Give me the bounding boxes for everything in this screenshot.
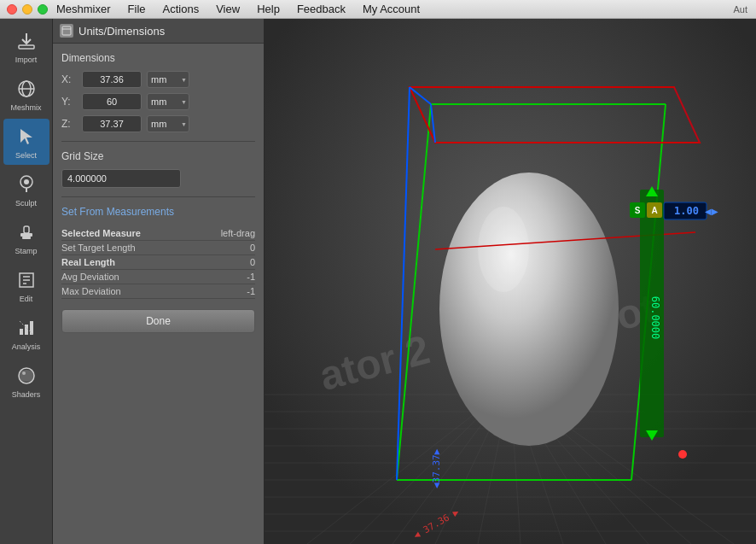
stamp-icon (14, 219, 39, 245)
grid-size-row (61, 169, 255, 188)
shaders-icon (14, 363, 39, 389)
import-label: Import (15, 56, 38, 64)
x-input[interactable] (82, 71, 142, 88)
meas-value-1: 0 (250, 243, 255, 253)
meas-row-3: Avg Deviation -1 (61, 270, 255, 284)
tool-import[interactable]: Import (3, 23, 49, 69)
edit-label: Edit (20, 295, 33, 303)
panel: Units/Dimensions Dimensions X: mmcmminft… (53, 19, 265, 544)
edit-icon (14, 267, 39, 293)
dimension-y-row: Y: mmcmminft (61, 93, 255, 110)
menu-actions[interactable]: Actions (154, 0, 208, 18)
dimension-x-row: X: mmcmminft (61, 71, 255, 88)
y-unit-select[interactable]: mmcmminft (147, 93, 189, 110)
y-axis-label: Y: (61, 96, 77, 108)
dimension-z-row: Z: mmcmminft (61, 115, 255, 132)
panel-header: Units/Dimensions (53, 19, 264, 44)
left-toolbar: Import Meshmix Select (0, 19, 53, 544)
meas-value-2: 0 (250, 257, 255, 267)
viewport[interactable]: ator 2 -Bot (265, 19, 756, 544)
svg-point-20 (22, 371, 26, 375)
meas-label-4: Max Deviation (61, 286, 121, 296)
meshmix-icon (14, 76, 39, 102)
z-axis-label: Z: (61, 118, 77, 130)
sculpt-icon (14, 172, 39, 197)
z-input[interactable] (82, 115, 142, 132)
menu-myaccount[interactable]: My Account (354, 0, 428, 18)
svg-text:1.00: 1.00 (674, 205, 699, 217)
divider-2 (61, 196, 255, 197)
svg-point-56 (478, 207, 529, 292)
svg-marker-18 (30, 321, 33, 335)
tool-stamp[interactable]: Stamp (3, 214, 49, 260)
svg-text:◀▶: ◀▶ (705, 207, 718, 216)
menu-bar: Meshmixer File Actions View Help Feedbac… (48, 0, 756, 18)
meshmix-label: Meshmix (10, 103, 41, 112)
panel-title: Units/Dimensions (79, 25, 165, 38)
measurements-table: Selected Measure left-drag Set Target Le… (61, 226, 255, 299)
minimize-button[interactable] (22, 4, 32, 15)
main-layout: Import Meshmix Select (0, 19, 756, 544)
meas-row-1: Set Target Length 0 (61, 241, 255, 255)
meas-label-3: Avg Deviation (61, 272, 119, 282)
divider-1 (61, 141, 255, 142)
meas-value-0: left-drag (221, 228, 255, 238)
tool-analysis[interactable]: Analysis (3, 310, 49, 356)
meas-label-2: Real Length (61, 257, 115, 267)
meas-row-0: Selected Measure left-drag (61, 226, 255, 241)
svg-point-55 (439, 173, 619, 446)
import-icon (14, 28, 39, 54)
x-unit-select[interactable]: mmcmminft (147, 71, 189, 88)
panel-body: Dimensions X: mmcmminft Y: mmcmminft (53, 44, 264, 544)
meas-row-4: Max Deviation -1 (61, 284, 255, 299)
grid-size-input[interactable] (61, 169, 181, 188)
menu-view[interactable]: View (207, 0, 248, 18)
done-button[interactable]: Done (61, 309, 255, 333)
tool-edit[interactable]: Edit (3, 262, 49, 308)
meas-value-3: -1 (247, 272, 255, 282)
svg-text:S: S (635, 206, 641, 215)
svg-text:◀37.37▶: ◀37.37▶ (431, 448, 442, 488)
dimensions-label: Dimensions (61, 52, 255, 64)
maximize-button[interactable] (38, 4, 48, 15)
close-button[interactable] (7, 4, 17, 15)
analysis-icon (14, 315, 39, 341)
sculpt-label: Sculpt (15, 199, 37, 208)
svg-rect-21 (62, 26, 71, 35)
menu-file[interactable]: File (119, 0, 154, 18)
svg-text:A: A (651, 206, 657, 215)
analysis-label: Analysis (12, 342, 41, 351)
x-axis-label: X: (61, 73, 77, 85)
meas-row-2: Real Length 0 (61, 255, 255, 270)
z-unit-select[interactable]: mmcmminft (147, 115, 189, 132)
tool-meshmix[interactable]: Meshmix (3, 71, 49, 117)
tool-select[interactable]: Select (3, 119, 49, 165)
meas-label-1: Set Target Length (61, 243, 136, 253)
window-title: Aut (733, 0, 747, 18)
shaders-label: Shaders (12, 390, 41, 399)
svg-text:60.0000: 60.0000 (649, 296, 661, 340)
menu-feedback[interactable]: Feedback (288, 0, 354, 18)
scene-svg: ator 2 -Bot (265, 19, 756, 544)
svg-marker-16 (20, 329, 23, 335)
title-bar: Meshmixer File Actions View Help Feedbac… (0, 0, 756, 19)
tool-sculpt[interactable]: Sculpt (3, 167, 49, 213)
svg-marker-5 (20, 129, 32, 144)
tool-shaders[interactable]: Shaders (3, 358, 49, 404)
menu-meshmixer[interactable]: Meshmixer (48, 0, 119, 18)
svg-rect-1 (19, 45, 34, 49)
y-input[interactable] (82, 93, 142, 110)
menu-help[interactable]: Help (248, 0, 288, 18)
panel-header-icon (60, 24, 73, 38)
select-icon (14, 124, 39, 149)
svg-point-71 (678, 450, 687, 459)
set-from-measurements-link[interactable]: Set From Measurements (61, 206, 255, 218)
svg-rect-10 (22, 237, 31, 239)
svg-rect-11 (24, 226, 29, 233)
svg-point-7 (24, 179, 29, 184)
traffic-lights (0, 4, 48, 15)
meas-value-4: -1 (247, 286, 255, 296)
grid-size-label: Grid Size (61, 150, 255, 162)
stamp-label: Stamp (15, 247, 37, 255)
select-label: Select (15, 151, 37, 160)
